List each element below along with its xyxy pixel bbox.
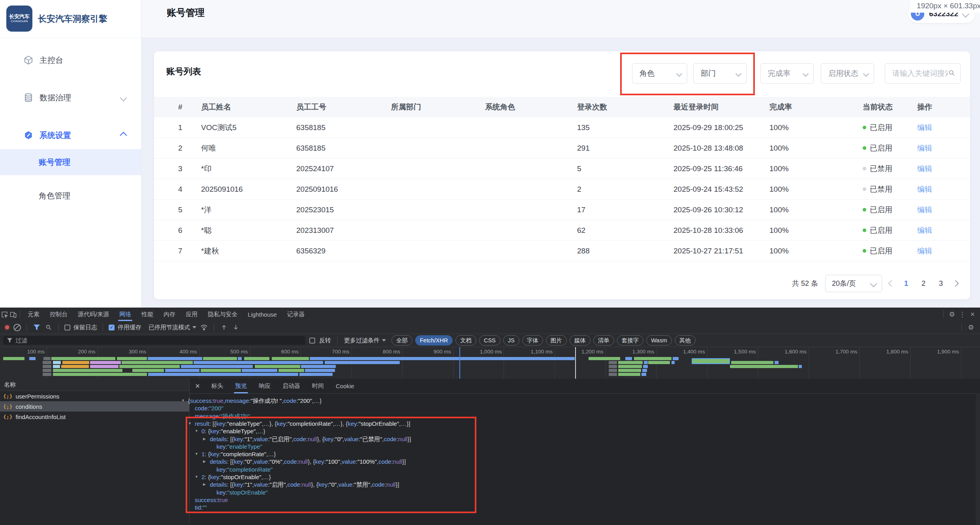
edit-link[interactable]: 编辑 (917, 225, 970, 236)
tree-toggle-icon[interactable]: ▶ (203, 435, 210, 443)
json-tree-line[interactable]: ▶details: [{key: "1", value: "启用", code:… (203, 481, 399, 488)
detail-tab-响应[interactable]: 响应 (253, 379, 277, 393)
devtools-tab-内存[interactable]: 内存 (158, 308, 181, 321)
json-tree-line[interactable]: ▼{success: true, message: "操作成功! ", code… (181, 397, 322, 404)
network-settings-gear-icon[interactable]: ⚙ (967, 323, 975, 332)
request-type-chip-Fetch/XHR[interactable]: Fetch/XHR (415, 335, 453, 346)
page-number-1[interactable]: 1 (901, 279, 911, 288)
devtools-tab-源代码/来源[interactable]: 源代码/来源 (73, 308, 114, 321)
request-type-chip-Wasm[interactable]: Wasm (646, 335, 672, 346)
detail-tab-启动器[interactable]: 启动器 (277, 379, 306, 393)
devtools-tab-控制台[interactable]: 控制台 (45, 308, 73, 321)
record-network-log-button[interactable] (4, 324, 10, 330)
devtools-tab-隐私与安全[interactable]: 隐私与安全 (203, 308, 243, 321)
filter-select-启用状态[interactable]: 启用状态 (821, 63, 874, 84)
search-input[interactable] (892, 69, 948, 78)
sidebar-subitem-账号管理[interactable]: 账号管理 (0, 149, 141, 175)
page-number-3[interactable]: 3 (936, 279, 946, 288)
detail-tab-时间[interactable]: 时间 (306, 379, 330, 393)
tree-toggle-icon[interactable]: ▼ (181, 397, 188, 404)
search-network-icon[interactable] (44, 323, 53, 332)
next-page-button[interactable] (952, 280, 959, 287)
preserve-log-checkbox[interactable] (64, 325, 70, 330)
network-filter-input[interactable]: 过滤 (3, 336, 305, 345)
tree-toggle-icon[interactable]: ▼ (188, 420, 195, 427)
filter-select-角色[interactable]: 角色 (632, 63, 687, 84)
scrollbar[interactable] (976, 393, 980, 525)
devtools-tab-记录器[interactable]: 记录器 (282, 308, 310, 321)
request-row-findAccountInfoList[interactable]: {;}findAccountInfoList (0, 412, 189, 422)
device-toolbar-icon[interactable] (9, 310, 17, 319)
devtools-tab-网络[interactable]: 网络 (114, 308, 136, 321)
tree-toggle-icon[interactable]: ▼ (195, 427, 201, 435)
request-type-chip-媒体[interactable]: 媒体 (570, 335, 591, 346)
network-conditions-icon[interactable] (199, 323, 208, 332)
json-tree-line[interactable]: key: "enableType" (210, 443, 262, 450)
detail-tab-标头[interactable]: 标头 (205, 379, 229, 393)
tree-toggle-icon[interactable]: ▼ (195, 450, 201, 458)
edit-link[interactable]: 编辑 (917, 143, 970, 153)
json-tree-line[interactable]: message: "操作成功!" (188, 412, 250, 420)
filter-select-部门[interactable]: 部门 (693, 63, 747, 84)
request-type-chip-字体[interactable]: 字体 (522, 335, 543, 346)
request-type-chip-套接字[interactable]: 套接字 (617, 335, 644, 346)
sidebar-item-系统设置[interactable]: 系统设置 (0, 124, 141, 146)
edit-link[interactable]: 编辑 (917, 246, 970, 256)
json-tree-line[interactable]: key: "completionRate" (210, 466, 273, 473)
devtools-tab-元素[interactable]: 元素 (23, 308, 45, 321)
tree-toggle-icon[interactable]: ▶ (203, 458, 210, 465)
json-tree-line[interactable]: ▼2: {key: "stopOrEnable",…} (195, 473, 271, 481)
json-tree-line[interactable]: ▼1: {key: "completionRate",…} (195, 450, 276, 458)
invert-filter-checkbox[interactable] (309, 338, 315, 344)
request-type-chip-清单[interactable]: 清单 (593, 335, 614, 346)
prev-page-button[interactable] (888, 280, 895, 287)
json-tree-line[interactable]: ▶details: [{key: "1", value: "已启用", code… (203, 435, 411, 443)
close-devtools-icon[interactable]: × (968, 310, 977, 319)
keyword-search-box[interactable] (885, 63, 961, 84)
detail-tab-Cookie[interactable]: Cookie (330, 379, 360, 393)
request-row-conditions[interactable]: {;}conditions (0, 401, 189, 412)
devtools-tab-性能[interactable]: 性能 (136, 308, 158, 321)
throttling-dropdown[interactable]: 已停用节流模式 (149, 324, 196, 331)
page-size-select[interactable]: 20条/页 (825, 275, 882, 292)
request-type-chip-CSS[interactable]: CSS (479, 335, 500, 346)
kebab-menu-icon[interactable]: ⋮ (958, 310, 967, 319)
clear-network-log-icon[interactable] (13, 324, 21, 331)
tree-toggle-icon[interactable]: ▼ (195, 473, 201, 481)
request-type-chip-其他[interactable]: 其他 (675, 335, 696, 346)
edit-link[interactable]: 编辑 (917, 184, 970, 195)
json-tree-line[interactable]: ▼0: {key: "enableType",…} (195, 427, 265, 435)
request-type-chip-JS[interactable]: JS (503, 335, 519, 346)
sidebar-item-数据治理[interactable]: 数据治理 (0, 87, 141, 109)
page-number-2[interactable]: 2 (918, 279, 929, 288)
inspect-element-icon[interactable] (0, 310, 9, 319)
request-row-userPermissions[interactable]: {;}userPermissions (0, 391, 189, 401)
detail-tab-预览[interactable]: 预览 (229, 379, 253, 393)
request-type-chip-全部[interactable]: 全部 (391, 335, 412, 346)
more-filters-dropdown[interactable]: 更多过滤条件 (344, 337, 386, 344)
close-detail-icon[interactable]: × (190, 381, 205, 391)
tree-toggle-icon[interactable]: ▶ (203, 481, 210, 488)
request-type-chip-图片[interactable]: 图片 (546, 335, 567, 346)
json-tree-line[interactable]: success: true (188, 496, 228, 504)
edit-link[interactable]: 编辑 (917, 164, 970, 174)
filter-funnel-icon[interactable] (32, 323, 41, 332)
edit-link[interactable]: 编辑 (917, 123, 970, 133)
json-tree-line[interactable]: code: "200" (188, 404, 223, 412)
json-tree-line[interactable]: key: "stopOrEnable" (210, 489, 268, 496)
devtools-tab-应用[interactable]: 应用 (181, 308, 203, 321)
edit-link[interactable]: 编辑 (917, 205, 970, 215)
sidebar-item-主控台[interactable]: 主控台 (0, 49, 141, 71)
edit-link[interactable]: 编辑 (917, 266, 970, 268)
filter-select-完成率[interactable]: 完成率 (760, 63, 814, 84)
devtools-tab-Lighthouse[interactable]: Lighthouse (243, 308, 282, 321)
request-type-chip-文档[interactable]: 文档 (455, 335, 476, 346)
import-har-icon[interactable] (220, 323, 228, 332)
sidebar-subitem-角色管理[interactable]: 角色管理 (0, 183, 141, 209)
settings-gear-icon[interactable]: ⚙ (948, 310, 956, 319)
export-har-icon[interactable] (231, 323, 240, 332)
json-tree-line[interactable]: tid: "" (188, 504, 207, 511)
json-tree-line[interactable]: ▼result: [{key: "enableType",…}, {key: "… (188, 420, 410, 427)
network-overview-timeline[interactable]: 100 ms200 ms300 ms400 ms500 ms600 ms700 … (0, 347, 980, 379)
json-tree-line[interactable]: ▶details: [{key: "0", value: "0%", code:… (203, 458, 406, 465)
